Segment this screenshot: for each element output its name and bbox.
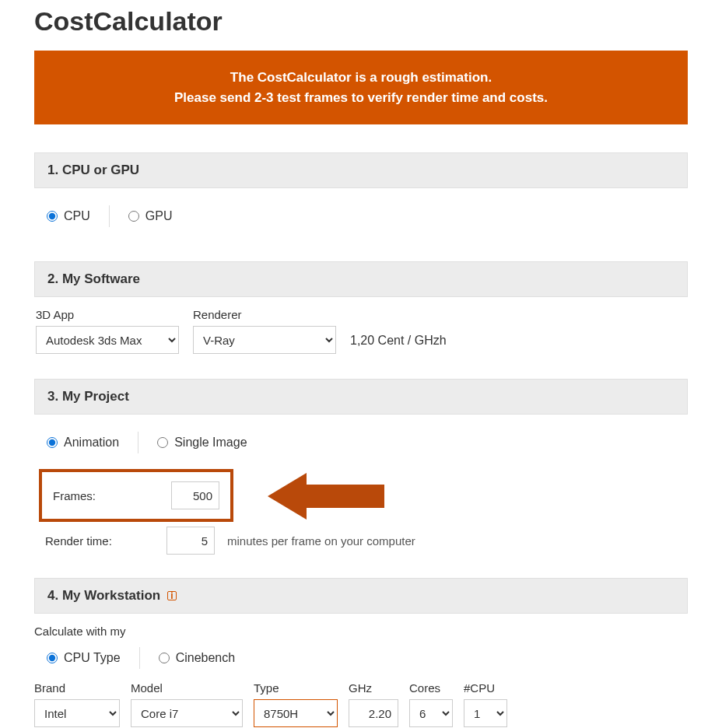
frames-highlight-box: Frames: bbox=[39, 469, 233, 522]
select-type[interactable]: 8750H bbox=[254, 699, 338, 727]
select-cores[interactable]: 6 bbox=[409, 699, 453, 727]
radio-cinebench[interactable] bbox=[159, 653, 170, 663]
radio-cputype-label[interactable]: CPU Type bbox=[64, 651, 121, 665]
banner-line2: Please send 2-3 test frames to verify re… bbox=[50, 88, 672, 108]
section2-head: 2. My Software bbox=[34, 261, 688, 297]
radio-single-image[interactable] bbox=[157, 437, 168, 448]
price-text: 1,20 Cent / GHzh bbox=[350, 334, 447, 354]
cores-label: Cores bbox=[409, 681, 453, 695]
radio-gpu-label[interactable]: GPU bbox=[145, 209, 173, 223]
render-time-note: minutes per frame on your computer bbox=[227, 534, 415, 548]
banner-line1: The CostCalculator is a rough estimation… bbox=[50, 68, 672, 88]
ncpu-label: #CPU bbox=[464, 681, 507, 695]
section1-head: 1. CPU or GPU bbox=[34, 152, 688, 188]
type-label: Type bbox=[254, 681, 338, 695]
render-time-label: Render time: bbox=[45, 534, 154, 548]
select-ncpu[interactable]: 1 bbox=[464, 699, 507, 727]
model-label: Model bbox=[131, 681, 243, 695]
ghz-input[interactable] bbox=[349, 699, 398, 727]
select-brand[interactable]: Intel bbox=[34, 699, 120, 727]
radio-cpu[interactable] bbox=[47, 211, 58, 222]
radio-animation[interactable] bbox=[47, 437, 58, 448]
callout-arrow-icon bbox=[268, 469, 392, 523]
radio-cputype[interactable] bbox=[47, 653, 58, 663]
info-icon[interactable]: i bbox=[167, 591, 177, 600]
radio-single-image-label[interactable]: Single Image bbox=[174, 436, 247, 450]
select-3dapp[interactable]: Autodesk 3ds Max bbox=[36, 326, 179, 354]
radio-cinebench-label[interactable]: Cinebench bbox=[176, 651, 236, 665]
info-banner: The CostCalculator is a rough estimation… bbox=[34, 51, 688, 124]
svg-marker-0 bbox=[268, 473, 384, 520]
select-renderer[interactable]: V-Ray bbox=[193, 326, 336, 354]
frames-label: Frames: bbox=[53, 489, 96, 502]
render-time-input[interactable] bbox=[166, 527, 215, 555]
label-renderer: Renderer bbox=[193, 308, 336, 321]
select-model[interactable]: Core i7 bbox=[131, 699, 243, 727]
frames-input[interactable] bbox=[171, 481, 219, 509]
radio-gpu[interactable] bbox=[128, 211, 139, 222]
section4-head: 4. My Workstation i bbox=[34, 578, 688, 614]
section3-head: 3. My Project bbox=[34, 379, 688, 415]
radio-animation-label[interactable]: Animation bbox=[64, 436, 119, 450]
calc-with-label: Calculate with my bbox=[34, 625, 688, 638]
label-3dapp: 3D App bbox=[36, 308, 179, 321]
page-title: CostCalculator bbox=[34, 6, 688, 37]
radio-cpu-label[interactable]: CPU bbox=[64, 209, 90, 223]
brand-label: Brand bbox=[34, 681, 120, 695]
ghz-label: GHz bbox=[349, 681, 398, 695]
